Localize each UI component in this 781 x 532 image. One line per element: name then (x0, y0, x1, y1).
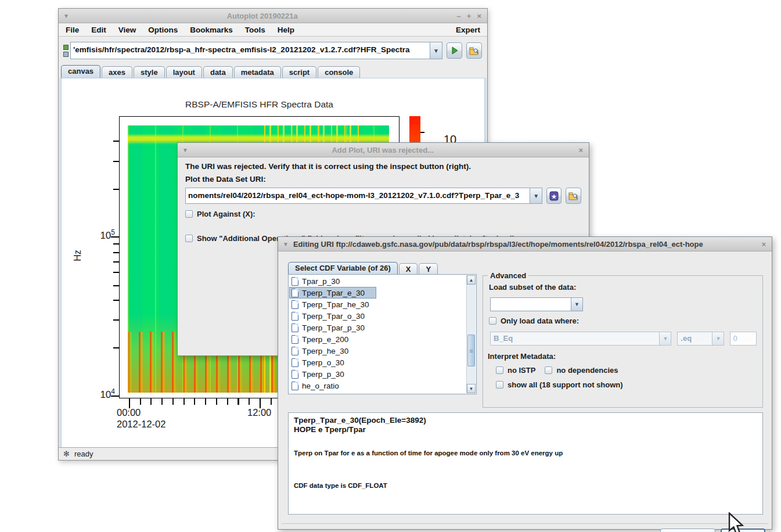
dataset-uri-input[interactable]: noments/rel04/2012/rbspa_rel04_ect-hope-… (185, 188, 530, 204)
tab-script[interactable]: script (282, 66, 316, 78)
file-icon (291, 335, 298, 344)
y-minor-tick (113, 261, 119, 263)
inspect-button[interactable] (466, 42, 482, 59)
add-plot-titlebar[interactable]: ▼ Add Plot, URI was rejected... × (178, 143, 589, 157)
show-all-label: show all (18 support not shown) (508, 380, 623, 389)
menu-help[interactable]: Help (278, 26, 294, 34)
close-button[interactable]: × (761, 240, 766, 249)
list-item-selected[interactable]: Tperp_Tpar_e_30 (289, 287, 376, 299)
uri-dropdown-button[interactable]: ▼ (530, 188, 542, 204)
menu-file[interactable]: File (66, 26, 79, 34)
y-tick-label-1e5: 105 (80, 228, 115, 242)
go-button[interactable] (447, 42, 462, 59)
tab-layout[interactable]: layout (166, 66, 202, 78)
only-load-checkbox[interactable] (489, 317, 496, 325)
layer-icon[interactable] (63, 52, 69, 57)
inspect-button[interactable] (566, 188, 581, 204)
tab-style[interactable]: style (134, 66, 165, 78)
editing-uri-title: Editing URI ftp://cdaweb.gsfc.nasa.gov/p… (293, 240, 756, 249)
list-item[interactable]: Tperp_Tpar_o_30 (289, 310, 476, 322)
list-item[interactable]: he_o_ratio (289, 380, 476, 391)
metadata-title-line: HOPE e Tperp/Tpar (294, 425, 757, 434)
scroll-down-button[interactable]: ▼ (467, 384, 476, 393)
no-istp-checkbox[interactable] (496, 366, 503, 374)
uri-input[interactable]: 'emfisis/hfr/spectra/2012/rbsp-a_hfr-spe… (70, 42, 430, 59)
menu-edit[interactable]: Edit (91, 26, 106, 34)
interpret-metadata-label: Interpret Metadata: (488, 352, 556, 361)
list-scrollbar[interactable]: ▲ ▼ (466, 275, 476, 393)
variable-metadata-panel: Tperp_Tpar_e_30(Epoch_Ele=3892) HOPE e T… (288, 412, 763, 515)
y-minor-tick (113, 272, 119, 273)
rejection-message: The URI was rejected. Verify that it is … (185, 162, 581, 171)
uri-dropdown-button[interactable]: ▼ (430, 42, 442, 59)
bookmark-button[interactable]: ★ (546, 188, 562, 204)
list-item[interactable]: Tperp_Tpar_he_30 (289, 299, 476, 310)
y-minor-tick (113, 189, 119, 190)
y-axis-label: Hz (73, 250, 83, 261)
metadata-variable-line: Tperp_Tpar_e_30(Epoch_Ele=3892) (294, 416, 757, 425)
plot-against-checkbox[interactable] (185, 210, 193, 218)
menu-options[interactable]: Options (148, 26, 178, 34)
close-button[interactable]: × (477, 12, 481, 20)
scroll-up-button[interactable]: ▲ (467, 275, 476, 285)
show-operations-checkbox[interactable] (185, 235, 193, 242)
file-icon (291, 347, 298, 355)
y-minor-tick (113, 319, 119, 321)
subset-combobox[interactable]: ▼ (490, 297, 583, 311)
tab-axes[interactable]: axes (102, 66, 132, 78)
editing-uri-dialog: ▼ Editing URI ftp://cdaweb.gsfc.nasa.gov… (278, 236, 772, 530)
plot-element-icon[interactable] (63, 45, 69, 50)
list-item[interactable]: Tperp_o_30 (289, 357, 476, 368)
menu-view[interactable]: View (118, 26, 136, 34)
tab-canvas[interactable]: canvas (61, 65, 100, 78)
y-minor-tick (113, 243, 119, 245)
cdf-variable-list[interactable]: Tpar_p_30 Tperp_Tpar_e_30 Tperp_Tpar_he_… (288, 274, 477, 394)
list-item[interactable]: Tperp_Tpar_p_30 (289, 322, 476, 333)
scrollbar-thumb[interactable] (467, 335, 475, 366)
metadata-datatype-line: CDF data type is CDF_FLOAT (294, 482, 757, 489)
chevron-down-icon[interactable]: ▼ (571, 298, 582, 311)
menu-tools[interactable]: Tools (245, 26, 265, 34)
bookmark-star-icon: ★ (549, 191, 559, 201)
expert-menu[interactable]: Expert (456, 26, 480, 34)
y-minor-tick (113, 161, 119, 162)
y-minor-tick (113, 252, 119, 253)
no-dependencies-checkbox[interactable] (545, 366, 552, 374)
x-axis-date-label: 2012-12-02 (117, 419, 165, 430)
where-field-combobox[interactable]: B_Eq ▼ (490, 332, 671, 346)
list-item[interactable]: Tperp_p_30 (289, 368, 476, 380)
desktop: ▼ Autoplot 20190221a – + × File Edit Vie… (0, 0, 781, 532)
address-row: 'emfisis/hfr/spectra/2012/rbsp-a_hfr-spe… (59, 37, 487, 64)
where-operator-combobox[interactable]: .eq ▼ (677, 332, 724, 346)
window-menu-icon[interactable]: ▼ (59, 13, 74, 19)
where-value-input[interactable]: 0 (730, 332, 757, 346)
list-item[interactable]: Tperp_e_200 (289, 333, 476, 345)
file-icon (291, 289, 298, 297)
load-subset-label: Load subset of the data: (489, 283, 576, 292)
tab-select-cdf-variable[interactable]: Select CDF Variable (of 26) (288, 262, 398, 275)
chevron-down-icon: ▼ (712, 332, 724, 345)
status-text: ready (74, 450, 93, 458)
list-item[interactable]: Tperp_he_30 (289, 345, 476, 357)
menu-bookmarks[interactable]: Bookmarks (190, 26, 233, 34)
window-titlebar[interactable]: ▼ Autoplot 20190221a – + × (59, 9, 487, 23)
maximize-button[interactable]: + (467, 12, 472, 20)
chevron-down-icon: ▼ (659, 332, 671, 345)
window-menu-icon[interactable]: ▼ (178, 147, 193, 153)
close-button[interactable]: × (578, 146, 583, 154)
tab-metadata[interactable]: metadata (234, 66, 281, 78)
y-minor-tick (113, 347, 119, 348)
show-all-checkbox[interactable] (496, 381, 503, 389)
folder-magnifier-icon (568, 192, 578, 200)
no-istp-label: no ISTP (508, 366, 535, 375)
x-tick-label-1200: 12:00 (247, 407, 271, 418)
list-item[interactable]: Tpar_p_30 (289, 275, 476, 287)
editing-uri-titlebar[interactable]: ▼ Editing URI ftp://cdaweb.gsfc.nasa.gov… (278, 237, 772, 251)
tab-data[interactable]: data (203, 66, 233, 78)
tab-y[interactable]: Y (419, 263, 438, 275)
window-menu-icon[interactable]: ▼ (278, 241, 293, 247)
tab-console[interactable]: console (318, 66, 360, 78)
cancel-button[interactable]: Cancel (660, 529, 715, 532)
tab-x[interactable]: X (399, 263, 418, 275)
minimize-button[interactable]: – (457, 12, 461, 20)
